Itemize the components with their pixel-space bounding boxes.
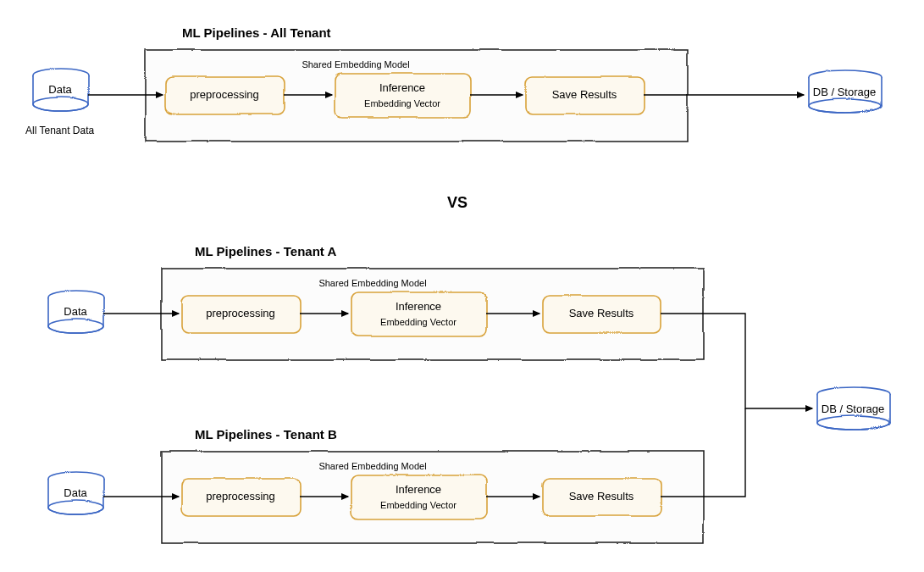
- step-inference-a: [351, 292, 486, 336]
- step-inference-a-label1: Inference: [396, 300, 441, 313]
- step-preprocessing-b-label: preprocessing: [206, 490, 275, 503]
- step-inference-a-toplabel: Shared Embedding Model: [318, 278, 426, 288]
- step-inference-a-label2: Embedding Vector: [380, 317, 456, 327]
- title-all-tenant: ML Pipelines - All Tenant: [182, 25, 331, 40]
- step-preprocessing-a-label: preprocessing: [206, 307, 275, 319]
- step-inference-all-label1: Inference: [379, 81, 425, 94]
- cylinder-a-data-label: Data: [64, 305, 87, 318]
- title-tenant-b: ML Pipelines - Tenant B: [195, 427, 337, 441]
- step-save-a-label: Save Results: [569, 307, 634, 319]
- step-inference-b-label2: Embedding Vector: [380, 500, 456, 510]
- step-inference-b-toplabel: Shared Embedding Model: [318, 461, 426, 471]
- step-save-b-label: Save Results: [569, 490, 634, 503]
- vs-label: VS: [447, 194, 468, 211]
- cylinder-all-data-sublabel: All Tenant Data: [25, 125, 94, 136]
- cylinder-shared-db-label: DB / Storage: [822, 403, 884, 415]
- cylinder-all-data-label: Data: [48, 83, 72, 96]
- title-tenant-a: ML Pipelines - Tenant A: [195, 244, 336, 258]
- step-save-all-label: Save Results: [552, 88, 617, 101]
- cylinder-all-db-label: DB / Storage: [813, 86, 876, 98]
- step-inference-b-label1: Inference: [396, 483, 441, 496]
- step-inference-b: [351, 475, 486, 519]
- step-inference-all-toplabel: Shared Embedding Model: [302, 59, 409, 69]
- cylinder-b-data-label: Data: [64, 486, 87, 499]
- step-inference-all-label2: Embedding Vector: [364, 98, 440, 108]
- step-inference-all: [335, 73, 470, 117]
- step-preprocessing-all-label: preprocessing: [190, 88, 259, 101]
